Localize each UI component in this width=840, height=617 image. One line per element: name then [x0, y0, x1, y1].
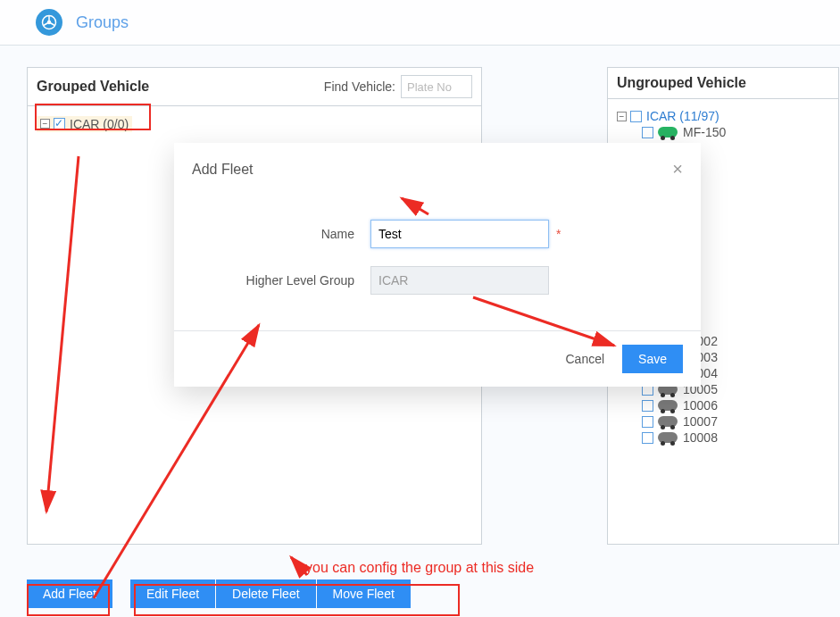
checkbox-icon[interactable] — [630, 111, 642, 122]
add-fleet-dialog: Add Fleet × Name * Higher Level Group Ca… — [174, 143, 701, 387]
find-vehicle-wrap: Find Vehicle: — [324, 75, 472, 98]
find-vehicle-input[interactable] — [401, 75, 472, 98]
checkbox-icon[interactable] — [642, 400, 653, 412]
cancel-button[interactable]: Cancel — [565, 352, 604, 366]
svg-point-1 — [48, 21, 51, 24]
page-header: Groups — [0, 0, 840, 46]
checkbox-icon[interactable] — [54, 118, 65, 129]
ungrouped-root-label: ICAR (11/97) — [646, 109, 719, 123]
car-icon — [658, 127, 678, 138]
page-title: Groups — [76, 13, 129, 32]
find-vehicle-label: Find Vehicle: — [324, 79, 395, 94]
vehicle-row[interactable]: 10008 — [617, 429, 829, 446]
edit-fleet-button[interactable]: Edit Fleet — [130, 579, 215, 608]
higher-group-label: Higher Level Group — [219, 273, 370, 288]
ungrouped-root-node[interactable]: − ICAR (11/97) — [617, 108, 829, 124]
save-button[interactable]: Save — [622, 345, 683, 373]
collapse-icon[interactable]: − — [617, 112, 627, 121]
vehicle-label: 10006 — [683, 398, 718, 413]
checkbox-icon[interactable] — [642, 416, 653, 428]
name-label: Name — [219, 227, 370, 241]
required-icon: * — [556, 227, 561, 241]
svg-line-3 — [43, 23, 47, 26]
car-icon — [658, 400, 678, 411]
move-fleet-button[interactable]: Move Fleet — [317, 579, 411, 608]
grouped-root-node[interactable]: − ICAR (0/0) — [37, 116, 132, 132]
fleet-actions: Add Fleet Edit Fleet Delete Fleet Move F… — [27, 579, 411, 608]
car-icon — [658, 416, 678, 427]
svg-line-4 — [51, 23, 55, 26]
ungrouped-panel-title: Ungrouped Vehicle — [617, 75, 746, 91]
vehicle-label: 10008 — [683, 430, 718, 445]
car-icon — [658, 432, 678, 443]
vehicle-row[interactable]: 10007 — [617, 413, 829, 429]
add-fleet-button[interactable]: Add Fleet — [27, 579, 112, 608]
name-input[interactable] — [370, 220, 549, 248]
vehicle-row[interactable]: MF-150 — [617, 124, 829, 140]
grouped-root-label: ICAR (0/0) — [70, 117, 129, 131]
checkbox-icon[interactable] — [642, 127, 653, 138]
dialog-title: Add Fleet — [192, 162, 253, 178]
delete-fleet-button[interactable]: Delete Fleet — [216, 579, 315, 608]
vehicle-label: MF-150 — [683, 125, 726, 139]
close-icon[interactable]: × — [672, 159, 683, 179]
steering-wheel-icon — [36, 9, 62, 36]
higher-group-input — [370, 266, 549, 295]
collapse-icon[interactable]: − — [40, 119, 50, 129]
grouped-panel-title: Grouped Vehicle — [37, 79, 149, 95]
vehicle-row[interactable]: 10006 — [617, 397, 829, 413]
checkbox-icon[interactable] — [642, 432, 653, 444]
vehicle-label: 10007 — [683, 414, 718, 429]
